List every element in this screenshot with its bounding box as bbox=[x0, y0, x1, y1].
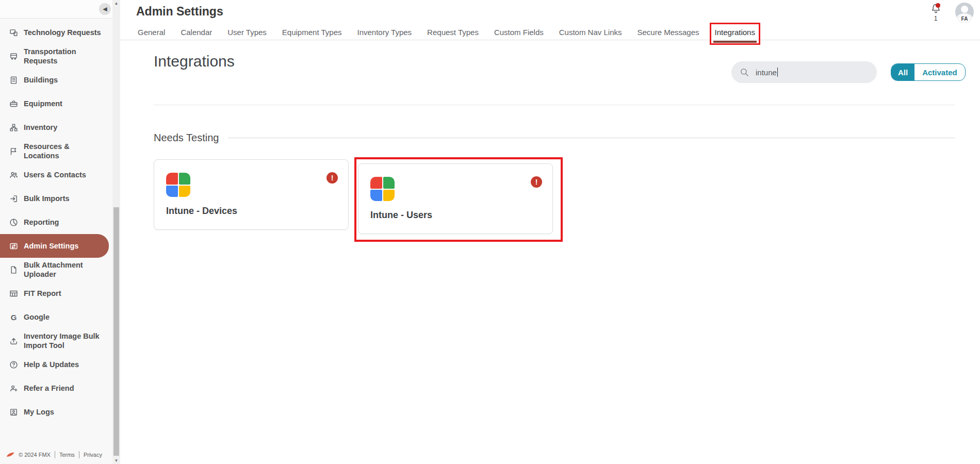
flag-icon bbox=[9, 147, 18, 156]
sidebar-item-technology-requests[interactable]: Technology Requests bbox=[0, 21, 112, 44]
tab-equipment-types[interactable]: Equipment Types bbox=[282, 24, 342, 40]
sidebar-item-buildings[interactable]: Buildings bbox=[0, 68, 112, 92]
search-value: intune bbox=[756, 68, 777, 77]
sidebar-item-google[interactable]: G Google bbox=[0, 305, 112, 329]
annotation-box-card: ! Intune - Users bbox=[354, 157, 563, 242]
divider bbox=[154, 105, 955, 105]
document-icon bbox=[9, 266, 18, 274]
sidebar-footer: © 2024 FMX Terms Privacy bbox=[6, 449, 102, 461]
sidebar-scrollbar[interactable]: ▲ ▼ bbox=[112, 0, 120, 464]
card-intune-devices[interactable]: ! Intune - Devices bbox=[154, 159, 349, 230]
integration-cards: ! Intune - Devices ! Intune - Users bbox=[154, 157, 563, 242]
sidebar-nav: Technology Requests Transportation Reque… bbox=[0, 19, 112, 424]
tab-custom-fields[interactable]: Custom Fields bbox=[494, 24, 544, 40]
scrollbar-thumb[interactable] bbox=[113, 207, 119, 456]
footer-divider bbox=[55, 451, 55, 458]
fmx-logo-icon bbox=[6, 452, 15, 458]
sidebar-item-label: Admin Settings bbox=[24, 241, 78, 251]
avatar-initials: FA bbox=[959, 15, 971, 22]
sidebar: ◀ Technology Requests Transportation Req… bbox=[0, 0, 112, 464]
card-intune-users[interactable]: ! Intune - Users bbox=[358, 163, 553, 234]
tab-calendar[interactable]: Calendar bbox=[181, 24, 212, 40]
sidebar-item-label: Reporting bbox=[24, 218, 59, 227]
copyright-text: © 2024 FMX bbox=[19, 452, 51, 458]
tab-request-types[interactable]: Request Types bbox=[427, 24, 479, 40]
google-icon: G bbox=[9, 313, 18, 322]
sidebar-item-fit-report[interactable]: FIT Report bbox=[0, 281, 112, 305]
sidebar-item-bulk-attachment-uploader[interactable]: Bulk Attachment Uploader bbox=[0, 258, 112, 281]
sidebar-item-label: Inventory bbox=[24, 123, 57, 132]
sidebar-item-label: Users & Contacts bbox=[24, 170, 86, 179]
sidebar-item-inventory-image-bulk-import[interactable]: Inventory Image Bulk Import Tool bbox=[0, 329, 112, 353]
scroll-down-icon[interactable]: ▼ bbox=[112, 458, 120, 463]
tab-secure-messages[interactable]: Secure Messages bbox=[637, 24, 699, 40]
bus-icon bbox=[9, 52, 18, 61]
filter-all-button[interactable]: All bbox=[891, 64, 914, 80]
text-caret bbox=[777, 68, 778, 77]
sidebar-item-users-contacts[interactable]: Users & Contacts bbox=[0, 163, 112, 187]
sidebar-item-label: Technology Requests bbox=[24, 28, 101, 37]
search-input[interactable]: intune bbox=[731, 61, 877, 83]
sidebar-item-refer-a-friend[interactable]: Refer a Friend bbox=[0, 376, 112, 400]
sidebar-collapse-button[interactable]: ◀ bbox=[99, 3, 111, 15]
pie-chart-icon bbox=[9, 218, 18, 227]
sidebar-item-admin-settings[interactable]: Admin Settings bbox=[0, 234, 109, 258]
tab-user-types[interactable]: User Types bbox=[227, 24, 267, 40]
logs-icon bbox=[9, 408, 18, 417]
card-title: Intune - Devices bbox=[166, 206, 237, 217]
admin-settings-icon bbox=[9, 242, 18, 251]
notification-count: 1 bbox=[928, 15, 943, 22]
footer-divider bbox=[79, 451, 79, 458]
sidebar-item-label: Buildings bbox=[24, 75, 58, 85]
settings-tab-bar: General Calendar User Types Equipment Ty… bbox=[120, 24, 980, 40]
sidebar-item-bulk-imports[interactable]: Bulk Imports bbox=[0, 187, 112, 210]
upload-icon bbox=[9, 337, 18, 345]
card-title: Intune - Users bbox=[370, 210, 432, 221]
filter-activated-button[interactable]: Activated bbox=[914, 64, 965, 80]
active-tab-underline bbox=[713, 41, 757, 43]
sidebar-item-resources-locations[interactable]: Resources & Locations bbox=[0, 139, 112, 163]
tab-custom-nav-links[interactable]: Custom Nav Links bbox=[559, 24, 622, 40]
tab-inventory-types[interactable]: Inventory Types bbox=[357, 24, 412, 40]
privacy-link[interactable]: Privacy bbox=[84, 452, 102, 458]
sidebar-item-help-updates[interactable]: Help & Updates bbox=[0, 353, 112, 376]
sidebar-item-label: Resources & Locations bbox=[24, 142, 106, 160]
sidebar-item-inventory[interactable]: Inventory bbox=[0, 115, 112, 139]
page-header-title: Admin Settings bbox=[136, 5, 223, 19]
sidebar-item-label: Transportation Requests bbox=[24, 47, 106, 65]
import-icon bbox=[9, 194, 18, 203]
sidebar-item-label: FIT Report bbox=[24, 289, 61, 298]
intune-logo-icon bbox=[166, 173, 190, 197]
table-icon bbox=[9, 289, 18, 298]
notification-dot bbox=[936, 3, 940, 8]
alert-badge-icon: ! bbox=[326, 172, 338, 184]
inventory-boxes-icon bbox=[9, 123, 18, 132]
avatar[interactable]: FA bbox=[955, 3, 974, 21]
toolbox-icon bbox=[9, 100, 18, 108]
sidebar-item-label: Help & Updates bbox=[24, 360, 79, 369]
building-icon bbox=[9, 76, 18, 85]
sidebar-item-label: My Logs bbox=[24, 407, 54, 417]
sidebar-header bbox=[0, 0, 112, 19]
sidebar-item-equipment[interactable]: Equipment bbox=[0, 92, 112, 115]
tab-general[interactable]: General bbox=[138, 24, 165, 40]
terms-link[interactable]: Terms bbox=[59, 452, 75, 458]
sidebar-item-label: Refer a Friend bbox=[24, 384, 74, 393]
sidebar-item-label: Bulk Imports bbox=[24, 194, 70, 203]
intune-logo-icon bbox=[370, 177, 395, 201]
sidebar-item-my-logs[interactable]: My Logs bbox=[0, 400, 112, 424]
scroll-up-icon[interactable]: ▲ bbox=[112, 1, 120, 6]
page-title: Integrations bbox=[154, 53, 235, 70]
search-icon bbox=[740, 68, 749, 77]
main-content: Admin Settings 1 FA General Calendar Use… bbox=[120, 0, 980, 464]
filter-toggle: All Activated bbox=[891, 63, 966, 81]
tab-integrations[interactable]: Integrations bbox=[715, 24, 755, 40]
devices-icon bbox=[9, 28, 18, 37]
sidebar-item-reporting[interactable]: Reporting bbox=[0, 210, 112, 234]
help-icon bbox=[9, 360, 18, 369]
section-rule bbox=[228, 138, 955, 138]
sidebar-item-label: Bulk Attachment Uploader bbox=[24, 260, 106, 279]
sidebar-item-transportation-requests[interactable]: Transportation Requests bbox=[0, 44, 112, 68]
sidebar-item-label: Inventory Image Bulk Import Tool bbox=[24, 332, 106, 350]
notifications-button[interactable]: 1 bbox=[928, 3, 943, 22]
